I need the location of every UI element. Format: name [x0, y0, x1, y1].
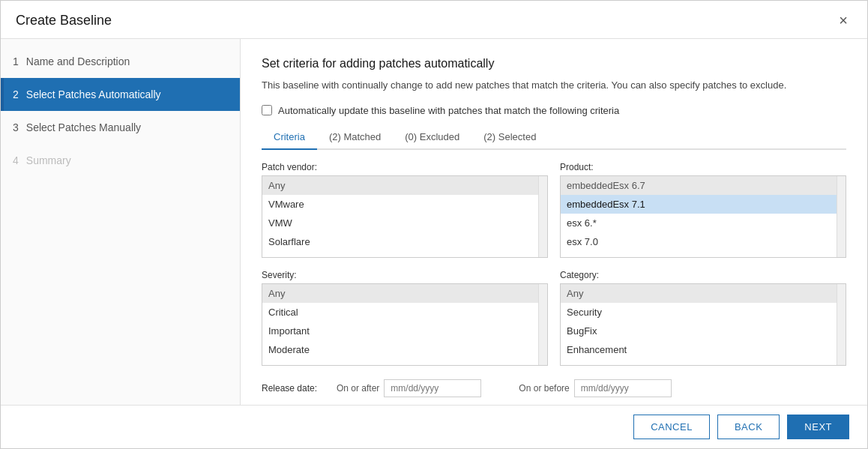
patch-vendor-label: Patch vendor:	[262, 162, 548, 172]
dialog-title: Create Baseline	[16, 13, 112, 28]
patch-vendor-group: Patch vendor: Any VMware VMW Solarflare	[262, 162, 548, 258]
category-item-any[interactable]: Any	[561, 284, 846, 303]
patch-vendor-listbox[interactable]: Any VMware VMW Solarflare	[262, 175, 548, 258]
sidebar-item-number-4: 4	[13, 154, 19, 166]
sidebar-item-number-1: 1	[13, 55, 19, 67]
sidebar-item-number-3: 3	[13, 121, 19, 133]
sidebar-item-label-3: Select Patches Manually	[26, 121, 141, 133]
product-item-esx6[interactable]: esx 6.*	[561, 214, 846, 232]
on-or-after-group: On or after	[337, 379, 481, 397]
tab-matched[interactable]: (2) Matched	[317, 127, 393, 150]
sidebar-item-select-patches-auto[interactable]: 2 Select Patches Automatically	[1, 78, 240, 111]
tab-selected[interactable]: (2) Selected	[471, 127, 548, 150]
patch-vendor-scrollbar[interactable]	[538, 176, 547, 257]
severity-item-critical[interactable]: Critical	[262, 303, 547, 322]
sidebar-item-label-4: Summary	[26, 154, 71, 166]
patch-vendor-item-solarflare[interactable]: Solarflare	[262, 232, 547, 251]
release-date-label: Release date:	[262, 383, 329, 394]
category-item-bugfix[interactable]: BugFix	[561, 322, 846, 340]
sidebar: 1 Name and Description 2 Select Patches …	[1, 39, 241, 405]
on-or-after-input[interactable]	[384, 379, 481, 397]
create-baseline-dialog: Create Baseline × 1 Name and Description…	[0, 0, 868, 449]
sidebar-item-select-patches-manual[interactable]: 3 Select Patches Manually	[1, 111, 240, 144]
on-or-before-label: On or before	[519, 383, 569, 394]
product-scrollbar[interactable]	[837, 176, 846, 257]
section-desc: This baseline with continually change to…	[262, 78, 846, 93]
fields-grid: Patch vendor: Any VMware VMW Solarflare …	[262, 162, 846, 366]
product-item-esx67[interactable]: embeddedEsx 6.7	[561, 176, 846, 195]
severity-item-important[interactable]: Important	[262, 322, 547, 340]
tab-excluded[interactable]: (0) Excluded	[393, 127, 471, 150]
severity-item-any[interactable]: Any	[262, 284, 547, 303]
sidebar-item-name-description[interactable]: 1 Name and Description	[1, 45, 240, 78]
severity-label: Severity:	[262, 270, 548, 280]
tab-criteria[interactable]: Criteria	[262, 127, 317, 150]
severity-listbox[interactable]: Any Critical Important Moderate	[262, 283, 548, 366]
patch-vendor-item-vmw[interactable]: VMW	[262, 214, 547, 232]
patch-vendor-item-vmware[interactable]: VMware	[262, 195, 547, 214]
on-or-before-input[interactable]	[574, 379, 672, 397]
patch-vendor-item-any[interactable]: Any	[262, 176, 547, 195]
auto-update-checkbox[interactable]	[262, 105, 272, 115]
product-listbox[interactable]: embeddedEsx 6.7 embeddedEsx 7.1 esx 6.* …	[560, 175, 846, 258]
severity-scrollbar[interactable]	[538, 284, 547, 365]
on-or-after-label: On or after	[337, 383, 379, 394]
product-item-esx71[interactable]: embeddedEsx 7.1	[561, 195, 846, 214]
category-scrollbar[interactable]	[837, 284, 846, 365]
dialog-header: Create Baseline ×	[1, 1, 867, 39]
product-item-esx7[interactable]: esx 7.0	[561, 232, 846, 251]
sidebar-item-label-2: Select Patches Automatically	[26, 88, 161, 100]
cancel-button[interactable]: CANCEL	[633, 415, 710, 439]
product-group: Product: embeddedEsx 6.7 embeddedEsx 7.1…	[560, 162, 846, 258]
dialog-body: 1 Name and Description 2 Select Patches …	[1, 39, 867, 405]
category-item-security[interactable]: Security	[561, 303, 846, 322]
back-button[interactable]: BACK	[717, 415, 780, 439]
sidebar-item-number-2: 2	[13, 88, 19, 100]
category-label: Category:	[560, 270, 846, 280]
auto-update-label[interactable]: Automatically update this baseline with …	[278, 105, 619, 116]
main-content: Set criteria for adding patches automati…	[241, 39, 867, 405]
severity-group: Severity: Any Critical Important Moderat…	[262, 270, 548, 366]
tabs-row: Criteria (2) Matched (0) Excluded (2) Se…	[262, 127, 846, 150]
sidebar-item-summary: 4 Summary	[1, 144, 240, 177]
release-date-row: Release date: On or after On or before	[262, 379, 846, 397]
auto-update-checkbox-row: Automatically update this baseline with …	[262, 105, 846, 116]
dialog-footer: CANCEL BACK NEXT	[1, 405, 867, 448]
on-or-before-group: On or before	[519, 379, 671, 397]
category-group: Category: Any Security BugFix Enhancemen…	[560, 270, 846, 366]
category-item-enhancement[interactable]: Enhancement	[561, 340, 846, 359]
close-button[interactable]: ×	[834, 11, 852, 29]
sidebar-item-label-1: Name and Description	[26, 55, 130, 67]
product-label: Product:	[560, 162, 846, 172]
severity-item-moderate[interactable]: Moderate	[262, 340, 547, 359]
category-listbox[interactable]: Any Security BugFix Enhancement	[560, 283, 846, 366]
section-title: Set criteria for adding patches automati…	[262, 57, 846, 70]
next-button[interactable]: NEXT	[787, 415, 849, 439]
